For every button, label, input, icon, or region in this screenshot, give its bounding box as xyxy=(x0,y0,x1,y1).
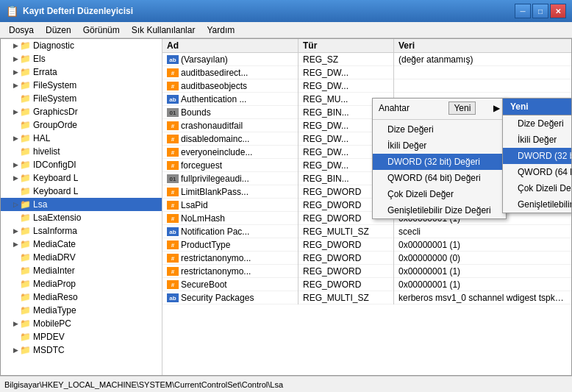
maximize-button[interactable]: □ xyxy=(532,4,548,18)
tree-toggle-icon: ▶ xyxy=(11,108,20,115)
tree-item-label: Errata xyxy=(33,67,57,77)
submenu-item[interactable]: QWORD (64 bit) Değeri xyxy=(503,164,571,180)
menu-item-yardım[interactable]: Yardım xyxy=(201,24,240,37)
menu-item-sık-kullanılanlar[interactable]: Sık Kullanılanlar xyxy=(126,24,201,37)
tree-item-label: MediaType xyxy=(33,305,76,316)
tree-item[interactable]: ▶📁MSDTC xyxy=(1,343,162,357)
tree-item[interactable]: ▶📁FileSystem xyxy=(1,79,162,92)
tree-item[interactable]: ▶📁Diagnostic xyxy=(1,39,162,52)
tree-item[interactable]: 📁MediaReso xyxy=(1,291,162,304)
tree-item[interactable]: ▶📁MediaCate xyxy=(1,238,162,251)
tree-item[interactable]: ▶📁HAL xyxy=(1,132,162,145)
submenu-item[interactable]: Çok Dizeli Değer xyxy=(503,180,571,196)
tree-item-label: GroupOrde xyxy=(33,120,77,130)
tree-item[interactable]: 📁MediaDRV xyxy=(1,251,162,264)
tree-item-label: HAL xyxy=(33,133,50,143)
tree-item-label: MediaDRV xyxy=(33,252,76,263)
tree-toggle-icon: ▶ xyxy=(11,240,20,248)
submenu-header: Yeni ▶ xyxy=(503,99,571,115)
tree-item-label: MediaCate xyxy=(33,239,76,249)
tree-item[interactable]: 📁MediaType xyxy=(1,304,162,317)
tree-item-label: Lsa xyxy=(33,199,47,210)
folder-icon: 📁 xyxy=(20,54,31,64)
tree-toggle-icon: ▶ xyxy=(11,82,20,89)
folder-icon: 📁 xyxy=(20,305,31,316)
submenu-item[interactable]: İkili Değer xyxy=(503,132,571,148)
tree-item-label: MSDTC xyxy=(33,345,65,355)
tree-item[interactable]: 📁FileSystem xyxy=(1,92,162,105)
minimize-button[interactable]: ─ xyxy=(515,4,531,18)
tree-toggle-icon: ▶ xyxy=(11,161,20,168)
tree-item-label: LsaExtensio xyxy=(33,213,81,223)
menu-item-dosya[interactable]: Dosya xyxy=(3,24,40,37)
folder-icon: 📁 xyxy=(20,80,31,90)
tree-item[interactable]: ▶📁LsaInforma xyxy=(1,224,162,238)
folder-icon: 📁 xyxy=(20,146,31,157)
context-menu-item[interactable]: Dize Değeri xyxy=(373,121,506,138)
tree-item[interactable]: ▶📁Errata xyxy=(1,65,162,79)
tree-item[interactable]: ▶📁Keyboard L xyxy=(1,171,162,185)
submenu-container[interactable]: Yeni ▶ Dize Değeriİkili DeğerDWORD (32 b… xyxy=(502,98,571,213)
tree-item-label: hivelist xyxy=(33,146,60,157)
folder-icon: 📁 xyxy=(20,93,31,104)
submenu-arrow-icon: ▶ xyxy=(493,103,500,113)
context-menu-item[interactable]: DWORD (32 bit) Değeri xyxy=(373,154,506,170)
main-layout: ▶📁Diagnostic▶📁Els▶📁Errata▶📁FileSystem📁Fi… xyxy=(0,38,572,376)
tree-item[interactable]: 📁MPDEV xyxy=(1,330,162,343)
tree-item-label: FileSystem xyxy=(33,80,76,90)
folder-icon: 📁 xyxy=(20,173,31,183)
folder-icon: 📁 xyxy=(20,107,31,117)
tree-item[interactable]: ▶📁GraphicsDr xyxy=(1,105,162,118)
context-menu-item[interactable]: QWORD (64 bit) Değeri xyxy=(373,170,506,186)
tree-toggle-icon: ▶ xyxy=(11,42,20,49)
folder-icon: 📁 xyxy=(20,40,31,51)
tree-item-label: Keyboard L xyxy=(33,173,78,183)
tree-item-label: FileSystem xyxy=(33,93,76,104)
yeni-button[interactable]: Yeni xyxy=(448,101,476,115)
tree-item-label: IDConfigDI xyxy=(33,160,76,170)
context-menu-item[interactable]: İkili Değer xyxy=(373,138,506,154)
context-menu-item[interactable]: AnahtarYeni ▶ xyxy=(373,99,506,118)
registry-panel: Ad Tür Veri ab(Varsayılan)REG_SZ(değer a… xyxy=(162,39,571,375)
tree-item-label: MediaInter xyxy=(33,266,75,276)
close-button[interactable]: ✕ xyxy=(550,4,566,18)
menu-item-görünüm[interactable]: Görünüm xyxy=(77,24,126,37)
tree-item[interactable]: 📁hivelist xyxy=(1,145,162,158)
tree-item[interactable]: ▶📁Els xyxy=(1,52,162,65)
status-path: Bilgisayar\HKEY_LOCAL_MACHINE\SYSTEM\Cur… xyxy=(4,380,283,389)
context-menu[interactable]: AnahtarYeni ▶Dize Değeriİkili DeğerDWORD… xyxy=(372,98,507,219)
tree-item[interactable]: ▶📁IDConfigDI xyxy=(1,158,162,171)
tree-item[interactable]: ▶📁MobilePC xyxy=(1,317,162,330)
tree-item[interactable]: 📁Keyboard L xyxy=(1,185,162,198)
tree-item[interactable]: 📁MediaInter xyxy=(1,264,162,277)
tree-item-label: Keyboard L xyxy=(33,186,78,196)
window-controls: ─ □ ✕ xyxy=(515,4,566,18)
title-bar: 📋 Kayıt Defteri Düzenleyicisi ─ □ ✕ xyxy=(0,0,572,22)
tree-item-label: MPDEV xyxy=(33,332,65,342)
folder-icon: 📁 xyxy=(20,120,31,130)
tree-toggle-icon: ▶ xyxy=(11,135,20,142)
tree-toggle-icon: ▶ xyxy=(11,55,20,63)
submenu-item[interactable]: Dize Değeri xyxy=(503,115,571,132)
tree-toggle-icon: ▶ xyxy=(11,346,20,354)
submenu-items: Dize Değeriİkili DeğerDWORD (32 bit) Değ… xyxy=(503,115,571,213)
menu-bar: DosyaDüzenGörünümSık KullanılanlarYardım xyxy=(0,22,572,38)
submenu-item[interactable]: DWORD (32 bit) Değeri xyxy=(503,148,571,164)
status-bar: Bilgisayar\HKEY_LOCAL_MACHINE\SYSTEM\Cur… xyxy=(0,376,572,392)
menu-item-düzen[interactable]: Düzen xyxy=(40,24,77,37)
tree-item[interactable]: 📁GroupOrde xyxy=(1,118,162,132)
tree-item[interactable]: 📁MediaProp xyxy=(1,277,162,291)
context-menu-item[interactable]: Genişletilebilir Dize Değeri xyxy=(373,202,506,218)
window-title: Kayıt Defteri Düzenleyicisi xyxy=(23,6,515,16)
context-menu-item[interactable]: Çok Dizeli Değer xyxy=(373,186,506,202)
tree-item[interactable]: ▷📁Lsa xyxy=(1,198,162,211)
context-menu-separator xyxy=(373,119,506,120)
folder-icon: 📁 xyxy=(20,199,31,210)
context-menu-overlay: AnahtarYeni ▶Dize Değeriİkili DeğerDWORD… xyxy=(162,39,571,375)
tree-panel[interactable]: ▶📁Diagnostic▶📁Els▶📁Errata▶📁FileSystem📁Fi… xyxy=(1,39,162,375)
tree-toggle-icon: ▶ xyxy=(11,320,20,327)
tree-item[interactable]: 📁LsaExtensio xyxy=(1,211,162,224)
tree-toggle-icon: ▶ xyxy=(11,174,20,182)
tree-item-label: GraphicsDr xyxy=(33,107,78,117)
submenu-item[interactable]: Genişletilebilir Dize Değeri xyxy=(503,196,571,213)
